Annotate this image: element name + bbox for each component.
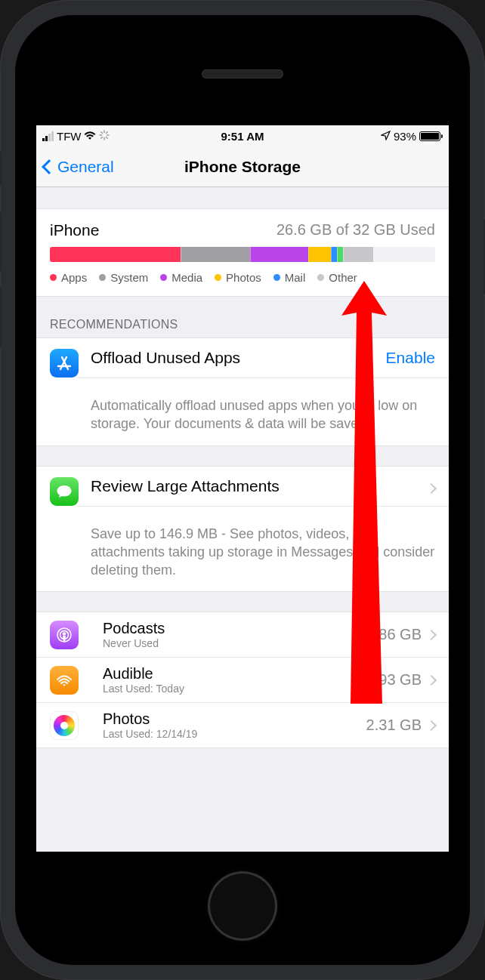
recommendations-header: RECOMMENDATIONS [36, 297, 449, 337]
app-row-photos[interactable]: PhotosLast Used: 12/14/192.31 GB [36, 703, 449, 748]
recommendation-body: Save up to 146.9 MB - See photos, videos… [91, 517, 435, 592]
svg-line-5 [107, 137, 108, 138]
legend-dot-icon [215, 274, 221, 281]
legend-dot-icon [160, 274, 167, 281]
legend-label: Other [329, 271, 357, 284]
storage-summary-card: iPhone 26.6 GB of 32 GB Used AppsSystemM… [36, 208, 449, 297]
loading-icon [99, 130, 110, 143]
battery-icon [419, 131, 443, 141]
home-button[interactable] [208, 871, 277, 941]
svg-line-7 [107, 131, 108, 133]
storage-legend: AppsSystemMediaPhotosMailOther [36, 271, 449, 296]
page-title: iPhone Storage [184, 158, 301, 176]
recommendation-body: Automatically offload unused apps when y… [91, 389, 435, 445]
chevron-right-icon [426, 630, 437, 640]
volume-up-button [0, 211, 2, 272]
back-label: General [57, 158, 114, 176]
status-bar: TFW 9:51 AM 93% [36, 125, 449, 146]
legend-item: Other [317, 271, 357, 284]
chevron-right-icon [426, 720, 437, 731]
content-scroll[interactable]: iPhone 26.6 GB of 32 GB Used AppsSystemM… [36, 187, 449, 852]
legend-label: Mail [285, 271, 306, 284]
storage-segment-system [181, 247, 250, 262]
legend-dot-icon [273, 274, 280, 281]
audible-icon [50, 666, 79, 695]
app-row-podcasts[interactable]: PodcastsNever Used3.86 GB [36, 612, 449, 658]
clock: 9:51 AM [221, 130, 264, 143]
legend-item: Apps [50, 271, 87, 284]
app-sub: Never Used [103, 637, 366, 649]
legend-item: System [99, 271, 148, 284]
wifi-icon [84, 130, 96, 143]
svg-line-4 [101, 131, 103, 133]
svg-line-6 [101, 137, 103, 138]
nav-bar: General iPhone Storage [36, 146, 449, 187]
storage-segment-apps [50, 247, 181, 262]
recommendation-offload: Offload Unused Apps Enable Automatically… [36, 337, 449, 446]
location-icon [381, 130, 391, 143]
app-size: 2.31 GB [366, 717, 422, 734]
chevron-left-icon [42, 159, 57, 174]
storage-segment-mail [331, 247, 337, 262]
storage-used-text: 26.6 GB of 32 GB Used [276, 221, 435, 239]
legend-label: Apps [61, 271, 87, 284]
battery-percent: 93% [394, 130, 416, 143]
storage-bar [50, 247, 435, 262]
photos-icon [50, 711, 79, 740]
storage-segment-other [343, 247, 374, 262]
app-list: PodcastsNever Used3.86 GBAudibleLast Use… [36, 612, 449, 748]
signal-icon [42, 131, 54, 141]
back-button[interactable]: General [44, 158, 114, 176]
legend-label: Photos [226, 271, 261, 284]
recommendation-attachments[interactable]: Review Large Attachments Save up to 146.… [36, 466, 449, 593]
earpiece [202, 69, 283, 79]
enable-button[interactable]: Enable [386, 349, 435, 367]
app-sub: Last Used: Today [103, 683, 366, 695]
chevron-right-icon [426, 483, 437, 494]
podcasts-icon [50, 621, 79, 649]
legend-dot-icon [99, 274, 106, 281]
legend-dot-icon [50, 274, 57, 281]
device-bezel: TFW 9:51 AM 93% [15, 15, 470, 965]
legend-dot-icon [317, 274, 324, 281]
device-label: iPhone [50, 221, 99, 239]
chevron-right-icon [426, 675, 437, 686]
storage-segment-media [250, 247, 308, 262]
app-name: Podcasts [103, 620, 366, 637]
app-sub: Last Used: 12/14/19 [103, 728, 366, 740]
svg-point-13 [63, 632, 66, 635]
app-size: 2.93 GB [366, 671, 422, 689]
carrier-label: TFW [57, 130, 81, 143]
appstore-icon [50, 349, 79, 378]
app-row-audible[interactable]: AudibleLast Used: Today2.93 GB [36, 658, 449, 703]
legend-label: System [110, 271, 148, 284]
volume-down-button [0, 287, 2, 347]
recommendation-title: Review Large Attachments [91, 477, 280, 495]
mute-switch [0, 151, 2, 186]
messages-icon [50, 477, 79, 506]
recommendation-title: Offload Unused Apps [91, 349, 240, 367]
storage-segment-photos [308, 247, 332, 262]
legend-item: Media [160, 271, 202, 284]
legend-item: Mail [273, 271, 306, 284]
legend-item: Photos [215, 271, 261, 284]
app-name: Audible [103, 665, 366, 683]
app-name: Photos [103, 710, 366, 728]
app-size: 3.86 GB [366, 626, 422, 643]
storage-segment-_green [337, 247, 343, 262]
device-frame: TFW 9:51 AM 93% [0, 0, 485, 980]
screen: TFW 9:51 AM 93% [36, 125, 449, 852]
legend-label: Media [171, 271, 202, 284]
